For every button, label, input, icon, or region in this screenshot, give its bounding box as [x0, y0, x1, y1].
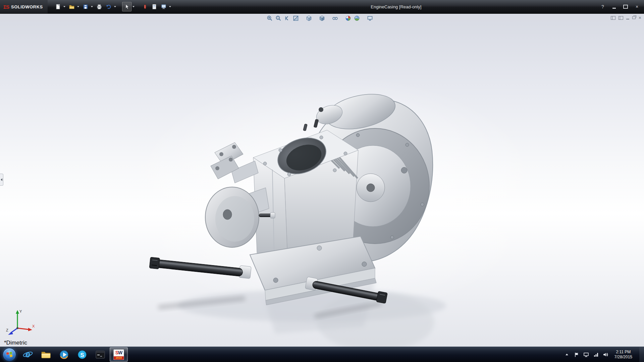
- new-document-button[interactable]: [54, 2, 62, 11]
- apply-scene-button[interactable]: [353, 14, 361, 22]
- print-icon: [96, 4, 102, 10]
- select-tool-button[interactable]: [122, 2, 131, 11]
- window-controls: ? ×: [598, 0, 642, 13]
- y-axis-arrow: [16, 310, 19, 314]
- pane-layout-icon-2[interactable]: [619, 16, 623, 20]
- action-center-flag-icon: [574, 352, 579, 357]
- open-dropdown-caret[interactable]: [77, 6, 79, 7]
- new-dropdown-caret[interactable]: [63, 6, 65, 7]
- file-properties-button[interactable]: [150, 2, 159, 11]
- taskbar-solidworks[interactable]: SW 2015: [110, 347, 128, 362]
- solidworks-taskbar-icon: SW 2015: [113, 349, 124, 360]
- undo-button[interactable]: [104, 2, 113, 11]
- x-axis-arrow: [28, 328, 32, 331]
- title-bar: ΣS SOLIDWORKS Engine: [0, 0, 644, 14]
- open-folder-icon: [69, 4, 75, 10]
- orientation-triad: Y X Z: [5, 308, 36, 336]
- network-icon: [593, 352, 599, 357]
- volume-tray-button[interactable]: [603, 351, 609, 359]
- save-button[interactable]: [81, 2, 90, 11]
- display-style-button[interactable]: [318, 14, 326, 22]
- system-tray: 2:11 PM 7/28/2015: [564, 347, 644, 362]
- taskbar-clock[interactable]: 2:11 PM 7/28/2015: [612, 350, 634, 360]
- taskbar-windows-explorer[interactable]: [37, 348, 55, 361]
- taskbar-internet-explorer[interactable]: e: [19, 348, 37, 361]
- document-minimize-icon[interactable]: [626, 19, 629, 19]
- zoom-to-area-button[interactable]: [275, 14, 282, 22]
- sw-letter-w: W: [118, 350, 122, 355]
- hide-show-items-icon: [332, 15, 338, 21]
- hidden-icons-button[interactable]: [564, 351, 570, 359]
- x-axis-label: X: [32, 324, 35, 328]
- clock-date: 7/28/2015: [614, 355, 632, 360]
- previous-view-button[interactable]: [283, 14, 291, 22]
- skype-icon: S: [77, 350, 87, 360]
- taskbar-command-prompt[interactable]: [92, 348, 109, 361]
- zoom-to-fit-icon: [267, 15, 273, 21]
- taskbar-media-player[interactable]: [55, 348, 73, 361]
- save-dropdown-caret[interactable]: [91, 6, 93, 7]
- undo-icon: [106, 4, 112, 10]
- view-settings-button[interactable]: [366, 14, 374, 22]
- view-orientation-icon: [306, 15, 312, 21]
- zoom-to-fit-button[interactable]: [266, 14, 274, 22]
- close-icon: ×: [636, 4, 638, 9]
- section-view-button[interactable]: [292, 14, 300, 22]
- action-center-button[interactable]: [574, 351, 580, 359]
- minimize-icon: [612, 8, 616, 9]
- panel-expand-tab[interactable]: [0, 174, 3, 186]
- save-icon: [83, 4, 89, 10]
- rebuild-button[interactable]: [141, 2, 149, 11]
- windows-start-icon: [3, 348, 16, 361]
- help-button[interactable]: ?: [598, 3, 608, 10]
- internet-explorer-icon: e: [22, 349, 33, 360]
- options-icon: [161, 4, 167, 10]
- show-desktop-button[interactable]: [639, 347, 644, 362]
- previous-view-icon: [284, 15, 290, 21]
- viewport[interactable]: × Y X Z *Dimetric: [0, 13, 644, 347]
- close-button[interactable]: ×: [632, 3, 642, 10]
- select-dropdown-caret[interactable]: [132, 6, 135, 7]
- clock-time: 2:11 PM: [614, 350, 632, 355]
- undo-dropdown-caret[interactable]: [114, 6, 116, 7]
- select-cursor-icon: [124, 4, 130, 10]
- document-restore-icon[interactable]: [632, 16, 636, 19]
- section-view-icon: [293, 15, 299, 21]
- display-style-icon: [319, 15, 325, 21]
- open-button[interactable]: [67, 2, 76, 11]
- volume-icon: [603, 352, 608, 357]
- minimize-button[interactable]: [609, 3, 619, 10]
- document-close-icon[interactable]: ×: [639, 15, 641, 20]
- print-button[interactable]: [95, 2, 104, 11]
- network-tray-button[interactable]: [593, 351, 599, 359]
- y-axis-label: Y: [19, 309, 22, 313]
- engine-casing-model[interactable]: [0, 13, 644, 347]
- skype-letter: S: [80, 352, 84, 358]
- start-button[interactable]: [0, 347, 19, 362]
- zoom-to-area-icon: [275, 15, 282, 21]
- edit-appearance-button[interactable]: [344, 14, 352, 22]
- taskbar: e S SW: [0, 347, 644, 362]
- solidworks-logo-icon: ΣS: [3, 4, 9, 10]
- heads-up-toolbar: [266, 14, 378, 22]
- options-button[interactable]: [159, 2, 168, 11]
- taskbar-skype[interactable]: S: [73, 348, 91, 361]
- maximize-button[interactable]: [621, 3, 631, 10]
- view-orientation-label: *Dimetric: [4, 340, 27, 346]
- display-tray-button[interactable]: [583, 351, 589, 359]
- sw-year-badge: 2015: [114, 356, 124, 360]
- solidworks-brand-text: SOLIDWORKS: [11, 4, 43, 9]
- help-icon: ?: [601, 4, 604, 9]
- pane-layout-icon-1[interactable]: [611, 16, 615, 20]
- z-axis-label: Z: [6, 328, 8, 332]
- solidworks-logo: ΣS SOLIDWORKS: [0, 0, 48, 13]
- hide-show-items-button[interactable]: [331, 14, 339, 22]
- options-dropdown-caret[interactable]: [169, 6, 171, 7]
- view-settings-icon: [367, 15, 373, 21]
- maximize-icon: [623, 5, 628, 9]
- window-title: EngineCasing [Read-only]: [371, 0, 421, 13]
- left-shaft[interactable]: [149, 256, 251, 279]
- view-orientation-button[interactable]: [305, 14, 313, 22]
- apply-scene-icon: [354, 15, 360, 21]
- media-player-icon: [59, 350, 69, 360]
